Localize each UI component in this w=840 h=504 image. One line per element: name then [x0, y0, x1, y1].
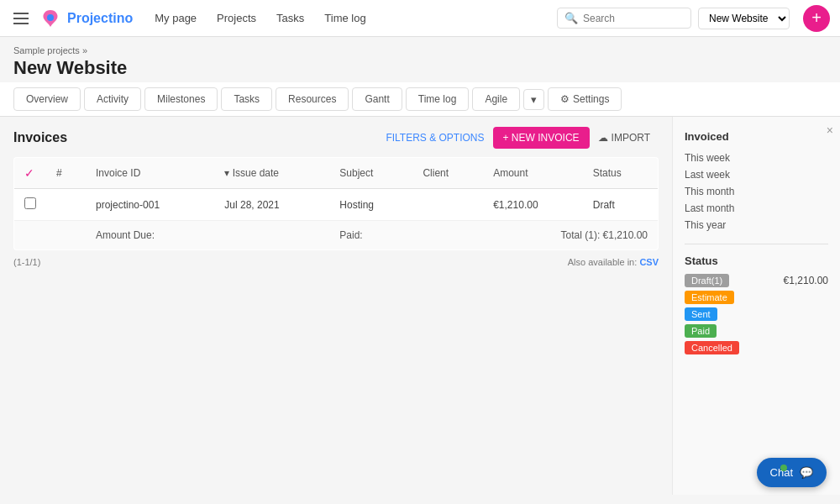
nav-timelog[interactable]: Time log	[316, 7, 374, 29]
row-issue-date: Jul 28, 2021	[214, 189, 329, 221]
filter-this-month[interactable]: This month	[685, 183, 828, 200]
col-client: Client	[412, 158, 483, 189]
tab-tasks[interactable]: Tasks	[221, 87, 272, 111]
nav-tasks[interactable]: Tasks	[268, 7, 312, 29]
breadcrumb-separator: »	[82, 45, 87, 55]
status-section-title: Status	[685, 255, 828, 267]
status-sent-row: Sent	[685, 307, 828, 321]
pagination: (1-1/1) Also available in: CSV	[13, 250, 659, 274]
nav-links: My page Projects Tasks Time log	[146, 7, 374, 29]
row-subject: Hosting	[329, 189, 412, 221]
sidebar-divider	[685, 244, 828, 244]
row-number	[46, 189, 86, 221]
tabs-bar: Overview Activity Milestones Tasks Resou…	[0, 82, 840, 117]
tab-milestones[interactable]: Milestones	[144, 87, 218, 111]
row-status: Draft	[583, 189, 659, 221]
top-navigation: Projectino My page Projects Tasks Time l…	[0, 0, 840, 37]
tab-activity[interactable]: Activity	[84, 87, 141, 111]
import-button[interactable]: ☁ IMPORT	[590, 127, 659, 149]
breadcrumb-parent[interactable]: Sample projects	[13, 45, 80, 55]
row-invoice-id[interactable]: projectino-001	[86, 189, 214, 221]
search-input[interactable]	[583, 13, 684, 24]
add-button[interactable]: +	[803, 5, 830, 32]
hamburger-menu[interactable]	[10, 9, 32, 28]
col-issue-date[interactable]: ▾ Issue date	[214, 158, 329, 189]
col-status: Status	[583, 158, 659, 189]
breadcrumb: Sample projects »	[13, 45, 827, 55]
chat-icon: 💬	[800, 466, 813, 479]
status-estimate-row: Estimate	[685, 291, 828, 304]
table-header-row: ✓ # Invoice ID ▾ Issue date Subject Clie…	[14, 158, 659, 189]
total-label: Total (1):	[561, 229, 601, 241]
filter-last-month[interactable]: Last month	[685, 200, 828, 217]
tab-resources[interactable]: Resources	[276, 87, 349, 111]
filter-this-week[interactable]: This week	[685, 150, 828, 166]
new-invoice-button[interactable]: + NEW INVOICE	[493, 127, 590, 149]
nav-mypage[interactable]: My page	[146, 7, 205, 29]
tab-overview[interactable]: Overview	[13, 87, 81, 111]
status-estimate-badge[interactable]: Estimate	[685, 291, 734, 304]
col-number: #	[46, 158, 86, 189]
paid-label: Paid:	[339, 229, 362, 241]
invoices-header: Invoices FILTERS & OPTIONS + NEW INVOICE…	[13, 127, 659, 149]
svg-point-0	[47, 14, 54, 21]
csv-export-link[interactable]: CSV	[639, 257, 659, 267]
status-paid-badge[interactable]: Paid	[685, 324, 717, 338]
status-sent-badge[interactable]: Sent	[685, 307, 717, 321]
tab-timelog[interactable]: Time log	[406, 87, 470, 111]
tab-gantt[interactable]: Gantt	[352, 87, 402, 111]
right-sidebar: × Invoiced This week Last week This mont…	[672, 117, 840, 495]
status-cancelled-badge[interactable]: Cancelled	[685, 341, 739, 354]
col-subject: Subject	[329, 158, 412, 189]
amount-due-label: Amount Due:	[96, 229, 155, 241]
col-amount: Amount	[483, 158, 583, 189]
filters-options-button[interactable]: FILTERS & OPTIONS	[377, 127, 492, 149]
cloud-icon: ☁	[598, 132, 608, 144]
status-draft-amount: €1,210.00	[784, 275, 828, 286]
logo[interactable]: Projectino	[39, 7, 133, 30]
pagination-info: (1-1/1)	[13, 257, 40, 267]
invoices-title: Invoices	[13, 130, 377, 145]
status-cancelled-row: Cancelled	[685, 341, 828, 354]
filter-last-week[interactable]: Last week	[685, 166, 828, 183]
search-icon: 🔍	[564, 12, 578, 24]
project-selector[interactable]: New Website	[698, 8, 790, 29]
app-name: Projectino	[67, 11, 133, 26]
col-invoice-id: Invoice ID	[86, 158, 214, 189]
total-value: €1,210.00	[603, 229, 648, 241]
row-client	[412, 189, 483, 221]
invoiced-section-title: Invoiced	[685, 130, 828, 143]
status-paid-row: Paid	[685, 324, 828, 338]
sidebar-close-button[interactable]: ×	[827, 123, 833, 137]
row-checkbox[interactable]	[24, 197, 36, 209]
tab-settings[interactable]: ⚙ Settings	[548, 87, 622, 111]
status-draft-row: Draft(1) €1,210.00	[685, 274, 828, 287]
chat-online-dot	[780, 465, 787, 471]
main-area: Invoices FILTERS & OPTIONS + NEW INVOICE…	[0, 117, 840, 495]
search-box[interactable]: 🔍	[557, 8, 691, 29]
content-area: Invoices FILTERS & OPTIONS + NEW INVOICE…	[0, 117, 672, 495]
filter-this-year[interactable]: This year	[685, 217, 828, 234]
tab-agile[interactable]: Agile	[472, 87, 520, 111]
table-row: projectino-001 Jul 28, 2021 Hosting €1,2…	[14, 189, 659, 221]
page-title: New Website	[13, 57, 827, 79]
gear-icon: ⚙	[560, 93, 570, 105]
status-draft-badge[interactable]: Draft(1)	[685, 274, 729, 287]
totals-row: Amount Due: Paid: Total (1): €1,210.00	[14, 221, 659, 250]
page-header: Sample projects » New Website	[0, 37, 840, 82]
more-tabs-button[interactable]: ▾	[523, 89, 544, 110]
invoice-table: ✓ # Invoice ID ▾ Issue date Subject Clie…	[13, 157, 659, 250]
row-amount: €1,210.00	[483, 189, 583, 221]
export-info: Also available in: CSV	[568, 257, 659, 267]
nav-projects[interactable]: Projects	[208, 7, 265, 29]
chat-button[interactable]: Chat 💬	[757, 458, 827, 487]
select-all-check[interactable]: ✓	[24, 166, 34, 180]
